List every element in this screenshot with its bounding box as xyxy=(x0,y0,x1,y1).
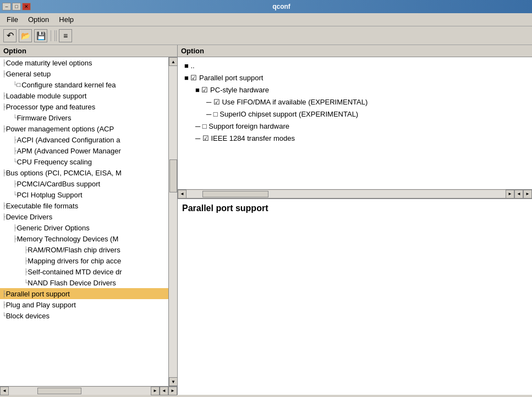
scroll-track[interactable] xyxy=(169,66,177,377)
right-tree-item-use-fifo[interactable]: ─ ☑ Use FIFO/DMA if available (EXPERIMEN… xyxy=(180,96,530,108)
window-controls[interactable]: – □ ✕ xyxy=(2,3,31,10)
description-text: Parallel port support xyxy=(182,203,268,213)
tree-item-power-management[interactable]: ├ Power management options (ACP xyxy=(0,123,177,134)
right-scroll-right-arrow[interactable]: ► xyxy=(506,190,514,198)
h-scroll-track[interactable] xyxy=(9,387,151,395)
tree-item-apm[interactable]: ├ APM (Advanced Power Manager xyxy=(0,145,177,156)
scroll-right-arrow[interactable]: ► xyxy=(151,387,160,395)
right-scroll-expand[interactable]: ► xyxy=(523,190,532,198)
toolbar-separator-2 xyxy=(54,30,57,41)
tree-item-code-maturity[interactable]: ├ Code maturity level options xyxy=(0,57,177,68)
h-scroll-thumb[interactable] xyxy=(37,388,81,394)
scroll-thumb[interactable] xyxy=(169,159,177,192)
undo-button[interactable]: ↶ xyxy=(3,29,17,42)
left-horizontal-scrollbar[interactable]: ◄ ► ◄ ► xyxy=(0,386,177,395)
tree-item-self-contained[interactable]: ├ Self-contained MTD device dr xyxy=(0,266,177,277)
close-button[interactable]: ✕ xyxy=(22,3,31,10)
right-tree-item-superio[interactable]: ─ □ SuperIO chipset support (EXPERIMENTA… xyxy=(180,108,530,120)
toolbar-separator-1 xyxy=(51,30,51,41)
open-button[interactable]: 📂 xyxy=(19,29,32,42)
menu-file[interactable]: File xyxy=(2,14,23,25)
tree-item-nand-flash[interactable]: └ NAND Flash Device Drivers xyxy=(0,277,177,288)
tree-item-pci-hotplug[interactable]: └ PCI Hotplug Support xyxy=(0,189,177,200)
right-panel-header: Option xyxy=(178,45,532,57)
tree-item-cpu-freq[interactable]: └ CPU Frequency scaling xyxy=(0,156,177,167)
tree-item-ram-rom[interactable]: ├ RAM/ROM/Flash chip drivers xyxy=(0,244,177,255)
right-tree-item-dotdot[interactable]: ■ .. xyxy=(180,59,530,71)
right-tree-item-ieee1284[interactable]: ─ ☑ IEEE 1284 transfer modes xyxy=(180,132,530,144)
tree-item-parallel-port[interactable]: ├ Parallel port support xyxy=(0,288,177,299)
scroll-left-arrow[interactable]: ◄ xyxy=(0,387,9,395)
menu-help[interactable]: Help xyxy=(54,14,78,25)
right-scroll-shrink[interactable]: ◄ xyxy=(514,190,523,198)
right-tree-content[interactable]: ■ .. ■ ☑ Parallel port support ■ ☑ PC-st… xyxy=(178,57,532,189)
left-panel: Option ├ Code maturity level options ├ G… xyxy=(0,45,178,395)
left-panel-inner: ├ Code maturity level options ├ General … xyxy=(0,57,177,386)
tree-item-configure-kernel[interactable]: └ □ Configure standard kernel fea xyxy=(0,79,177,90)
description-panel: Parallel port support xyxy=(178,198,532,357)
expand-button[interactable]: ≡ xyxy=(59,29,72,42)
tree-item-pcmcia[interactable]: ├ PCMCIA/CardBus support xyxy=(0,178,177,189)
right-horizontal-scrollbar[interactable]: ◄ ► ◄ ► xyxy=(178,189,532,198)
tree-item-block-devices[interactable]: └ Block devices xyxy=(0,310,177,321)
scroll-shrink-arrow[interactable]: ◄ xyxy=(160,387,168,395)
title-bar: – □ ✕ qconf xyxy=(0,0,532,13)
tree-item-mapping-drivers[interactable]: ├ Mapping drivers for chip acce xyxy=(0,255,177,266)
right-tree-item-parallel-port[interactable]: ■ ☑ Parallel port support xyxy=(180,71,530,84)
window-title: qconf xyxy=(33,3,530,10)
right-panel: Option ■ .. ■ ☑ Parallel port support ■ … xyxy=(178,45,532,395)
tree-item-exec-formats[interactable]: ├ Executable file formats xyxy=(0,200,177,211)
tree-item-bus-options[interactable]: ├ Bus options (PCI, PCMCIA, EISA, M xyxy=(0,167,177,178)
main-content: Option ├ Code maturity level options ├ G… xyxy=(0,45,532,395)
tree-item-device-drivers[interactable]: ├ Device Drivers xyxy=(0,211,177,222)
tree-item-memory-tech[interactable]: ├ Memory Technology Devices (M xyxy=(0,233,177,244)
scroll-down-arrow[interactable]: ▼ xyxy=(169,377,177,386)
tree-item-processor-type[interactable]: ├ Processor type and features xyxy=(0,101,177,112)
toolbar: ↶ 📂 💾 ≡ xyxy=(0,26,532,45)
tree-item-general-setup[interactable]: ├ General setup xyxy=(0,68,177,79)
save-icon: 💾 xyxy=(36,31,46,40)
save-button[interactable]: 💾 xyxy=(34,29,47,42)
right-h-track[interactable] xyxy=(187,190,506,198)
maximize-button[interactable]: □ xyxy=(12,3,21,10)
scroll-expand-arrow[interactable]: ► xyxy=(168,387,177,395)
left-panel-header: Option xyxy=(0,45,177,57)
menu-option[interactable]: Option xyxy=(24,14,53,25)
minimize-button[interactable]: – xyxy=(2,3,11,10)
tree-item-loadable-module[interactable]: ├ Loadable module support xyxy=(0,90,177,101)
undo-icon: ↶ xyxy=(7,30,14,41)
left-vertical-scrollbar[interactable]: ▲ ▼ xyxy=(168,57,177,386)
expand-icon: ≡ xyxy=(63,31,68,40)
tree-item-acpi[interactable]: ├ ACPI (Advanced Configuration a xyxy=(0,134,177,145)
right-scroll-left-arrow[interactable]: ◄ xyxy=(178,190,187,198)
tree-item-firmware-drivers[interactable]: └ Firmware Drivers xyxy=(0,112,177,123)
tree-item-plug-and-play[interactable]: ├ Plug and Play support xyxy=(0,299,177,310)
scroll-up-arrow[interactable]: ▲ xyxy=(169,57,177,66)
open-icon: 📂 xyxy=(21,31,30,40)
right-tree-item-foreign-hw[interactable]: ─ □ Support foreign hardware xyxy=(180,120,530,132)
menu-bar: File Option Help xyxy=(0,13,532,26)
right-tree-item-pc-style[interactable]: ■ ☑ PC-style hardware xyxy=(180,84,530,96)
right-h-thumb[interactable] xyxy=(202,191,268,197)
tree-item-generic-driver[interactable]: ├ Generic Driver Options xyxy=(0,222,177,233)
left-tree-container[interactable]: ├ Code maturity level options ├ General … xyxy=(0,57,177,386)
